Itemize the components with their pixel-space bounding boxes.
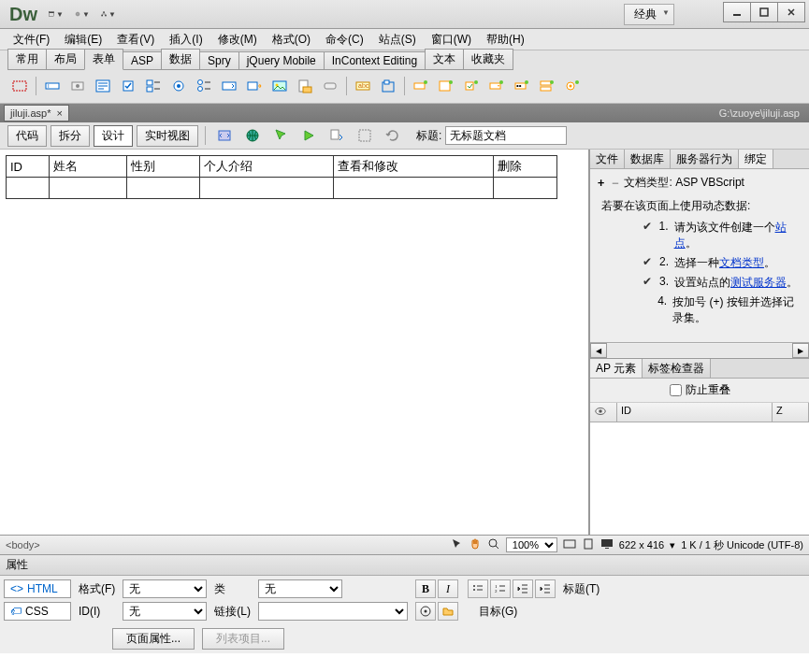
table-cell[interactable]: 姓名	[49, 156, 127, 178]
label-icon[interactable]: abc	[351, 75, 375, 97]
ap-col-eye[interactable]	[590, 403, 617, 422]
play-icon[interactable]	[296, 124, 321, 147]
textarea-icon[interactable]	[91, 75, 115, 97]
spry-select-icon[interactable]	[484, 75, 509, 97]
globe-icon[interactable]	[240, 124, 265, 147]
spry-textarea-icon[interactable]	[434, 75, 458, 97]
table-cell[interactable]: 个人介绍	[200, 156, 333, 178]
menu-edit[interactable]: 编辑(E)	[57, 30, 109, 50]
properties-title[interactable]: 属性	[0, 555, 809, 576]
prop-tab-css[interactable]: 🏷CSS	[4, 602, 71, 621]
menu-window[interactable]: 窗口(W)	[424, 30, 479, 50]
test-server-link[interactable]: 测试服务器	[730, 276, 787, 289]
table-cell[interactable]	[200, 178, 333, 199]
spry-radio-icon[interactable]	[560, 75, 585, 97]
visual-aids-icon[interactable]	[353, 124, 377, 147]
indent-button[interactable]	[535, 579, 556, 598]
menu-insert[interactable]: 插入(I)	[162, 30, 209, 50]
italic-button[interactable]: I	[438, 579, 458, 598]
ap-col-z[interactable]: Z	[773, 403, 809, 422]
format-select[interactable]: 无	[123, 579, 207, 598]
spry-textfield-icon[interactable]	[409, 75, 433, 97]
inspect-icon[interactable]	[268, 124, 293, 147]
view-live-button[interactable]: 实时视图	[137, 125, 198, 147]
ap-col-id[interactable]: ID	[617, 403, 773, 422]
ribbon-tab-spry[interactable]: Spry	[199, 51, 239, 70]
close-tab-icon[interactable]: ×	[56, 107, 62, 119]
table-row[interactable]: ID 姓名 性别 个人介绍 查看和修改 删除	[7, 156, 557, 178]
hidden-field-icon[interactable]	[65, 75, 90, 97]
ribbon-tab-forms[interactable]: 表单	[84, 49, 123, 70]
table-row[interactable]	[7, 178, 557, 199]
table-cell[interactable]: 删除	[493, 156, 556, 178]
file-mgmt-icon[interactable]	[325, 124, 349, 147]
menu-command[interactable]: 命令(C)	[318, 30, 371, 50]
ul-button[interactable]	[468, 579, 488, 598]
tablet-size-icon[interactable]	[582, 537, 595, 552]
screen-size-icon[interactable]	[563, 537, 576, 552]
bold-button[interactable]: B	[415, 579, 436, 598]
workspace-layout-dropdown[interactable]: 经典	[624, 4, 674, 25]
table-cell[interactable]	[127, 178, 200, 199]
tab-database[interactable]: 数据库	[625, 150, 671, 168]
hand-tool-icon[interactable]	[469, 537, 482, 552]
site-icon[interactable]: ▼	[101, 7, 116, 21]
ribbon-tab-common[interactable]: 常用	[7, 49, 47, 70]
table-cell[interactable]	[333, 178, 493, 199]
doctype-link[interactable]: 文档类型	[719, 256, 764, 269]
live-code-icon[interactable]	[212, 124, 237, 147]
document-tab[interactable]: jiluji.asp* ×	[4, 105, 69, 122]
form-icon[interactable]	[7, 75, 32, 97]
spry-checkbox-icon[interactable]	[459, 75, 484, 97]
prop-tab-html[interactable]: <>HTML	[4, 579, 71, 598]
page-properties-button[interactable]: 页面属性...	[112, 628, 195, 650]
extend-icon[interactable]: ▼	[75, 7, 90, 21]
image-field-icon[interactable]	[267, 75, 292, 97]
view-code-button[interactable]: 代码	[7, 125, 47, 147]
ap-list[interactable]	[590, 422, 809, 535]
table-cell[interactable]	[7, 178, 50, 199]
table-cell[interactable]: 查看和修改	[333, 156, 493, 178]
tab-ap-elements[interactable]: AP 元素	[590, 359, 643, 378]
tab-bindings[interactable]: 绑定	[739, 150, 773, 168]
refresh-icon[interactable]	[381, 124, 405, 147]
browse-folder-icon[interactable]	[438, 602, 458, 621]
tab-tag-inspector[interactable]: 标签检查器	[643, 359, 711, 378]
id-select[interactable]: 无	[123, 602, 207, 621]
tab-server-behaviors[interactable]: 服务器行为	[671, 150, 739, 168]
layout-icon[interactable]: ▼	[49, 7, 64, 21]
maximize-button[interactable]	[750, 2, 778, 22]
pointer-tool-icon[interactable]	[450, 537, 463, 552]
menu-site[interactable]: 站点(S)	[371, 30, 424, 50]
checkbox-icon[interactable]	[116, 75, 140, 97]
add-binding-button[interactable]: +	[596, 177, 606, 190]
table-cell[interactable]: ID	[7, 156, 50, 178]
ribbon-tab-layout[interactable]: 布局	[46, 49, 85, 70]
ribbon-tab-fav[interactable]: 收藏夹	[463, 49, 513, 70]
title-input[interactable]	[445, 126, 567, 145]
ribbon-tab-asp[interactable]: ASP	[123, 51, 162, 70]
zoom-select[interactable]: 100%	[506, 537, 557, 552]
close-button[interactable]	[777, 2, 805, 22]
menu-format[interactable]: 格式(O)	[265, 30, 318, 50]
ribbon-tab-ice[interactable]: InContext Editing	[324, 51, 426, 70]
desktop-size-icon[interactable]	[600, 537, 614, 552]
button-icon[interactable]	[318, 75, 342, 97]
table-cell[interactable]	[493, 178, 556, 199]
prevent-overlap-checkbox[interactable]	[670, 384, 682, 396]
menu-help[interactable]: 帮助(H)	[479, 30, 532, 50]
table-cell[interactable]	[49, 178, 127, 199]
view-design-button[interactable]: 设计	[94, 125, 133, 147]
radio-icon[interactable]	[166, 75, 191, 97]
tag-selector[interactable]: <body>	[6, 539, 40, 550]
textfield-icon[interactable]: I	[40, 75, 65, 97]
minimize-button[interactable]	[723, 2, 751, 22]
checkbox-group-icon[interactable]	[141, 75, 166, 97]
canvas-table[interactable]: ID 姓名 性别 个人介绍 查看和修改 删除	[6, 155, 557, 199]
scroll-right-icon[interactable]: ▶	[792, 343, 809, 358]
window-size[interactable]: 622 x 416	[619, 539, 664, 550]
panel-scrollbar[interactable]: ◀ ▶	[590, 342, 809, 358]
tab-files[interactable]: 文件	[590, 150, 625, 168]
ribbon-tab-data[interactable]: 数据	[161, 49, 200, 70]
spry-confirm-icon[interactable]	[535, 75, 559, 97]
